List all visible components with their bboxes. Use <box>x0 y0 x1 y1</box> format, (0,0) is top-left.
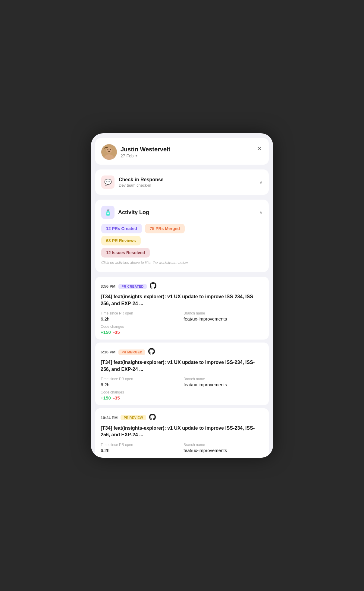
activity-log-title: Activity Log <box>118 209 149 216</box>
checkin-left: 💬 Check-in Response Dev team check-in <box>101 175 163 189</box>
entry-2-meta: Time since PR open 6.2h Branch name feat… <box>101 377 263 387</box>
github-icon-1 <box>150 282 156 290</box>
activity-log-chevron[interactable]: ∧ <box>259 210 263 215</box>
activity-entry-2: 6:16 PM PR MERGED [T34] feat(insights-ex… <box>95 343 269 405</box>
avatar <box>101 144 117 160</box>
github-icon-3 <box>149 414 156 422</box>
entry-1-badge: PR CREATED <box>118 284 147 289</box>
entry-2-additions: +150 <box>101 395 111 400</box>
tags-row-2: 63 PR Reviews <box>101 236 263 245</box>
user-name: Justin Westervelt <box>121 146 170 153</box>
entry-1-code-values: +150 -35 <box>101 330 263 335</box>
entry-3-branch-label: Branch name <box>184 443 263 447</box>
checkin-text: Check-in Response Dev team check-in <box>119 177 163 188</box>
checkin-title: Check-in Response <box>119 177 163 182</box>
entry-2-deletions: -35 <box>113 395 120 400</box>
entry-1-deletions: -35 <box>113 330 120 335</box>
entry-2-branch: Branch name feat/ux-improvements <box>184 377 263 387</box>
header-info: Justin Westervelt 27 Feb <box>121 146 170 158</box>
entry-1-additions: +150 <box>101 330 111 335</box>
entry-2-time-since-label: Time since PR open <box>101 377 180 381</box>
entry-3-header: 10:24 PM PR REVIEW <box>101 414 263 422</box>
close-button[interactable]: ✕ <box>256 144 263 153</box>
activity-entry-1: 3:56 PM PR CREATED [T34] feat(insights-e… <box>95 277 269 340</box>
entry-1-branch: Branch name feat/ux-improvements <box>184 311 263 321</box>
date-dot <box>136 155 137 156</box>
entry-3-branch: Branch name feat/ux-improvements <box>184 443 263 453</box>
entry-2-code-changes: Code changes +150 -35 <box>101 390 263 400</box>
checkin-chevron[interactable]: ∨ <box>259 179 263 185</box>
entry-2-branch-label: Branch name <box>184 377 263 381</box>
entry-2-badge: PR MERGED <box>118 349 145 355</box>
header-card: Justin Westervelt 27 Feb ✕ <box>95 138 269 165</box>
entry-1-branch-value: feat/ux-improvements <box>184 316 263 321</box>
entry-1-changes-label: Code changes <box>101 324 263 329</box>
entry-3-branch-value: feat/ux-improvements <box>184 448 263 453</box>
entry-1-title: [T34] feat(insights-explorer): v1 UX upd… <box>101 293 263 307</box>
checkin-subtitle: Dev team check-in <box>119 183 163 188</box>
entry-1-time-since: Time since PR open 6.2h <box>101 311 180 321</box>
activity-entry-3: 10:24 PM PR REVIEW [T34] feat(insights-e… <box>95 408 269 458</box>
svg-point-3 <box>108 149 108 150</box>
svg-point-1 <box>106 147 112 153</box>
checkin-card: 💬 Check-in Response Dev team check-in ∨ <box>95 169 269 195</box>
entry-3-badge: PR REVIEW <box>121 415 146 420</box>
entry-1-time-since-value: 6.2h <box>101 316 180 321</box>
entry-1-time: 3:56 PM <box>101 284 115 289</box>
entry-2-time: 6:16 PM <box>101 350 115 354</box>
svg-point-4 <box>110 149 111 150</box>
header-left: Justin Westervelt 27 Feb <box>101 144 170 160</box>
activity-log-card: 🧴 Activity Log ∧ 12 PRs Created 75 PRs M… <box>95 200 269 272</box>
activity-icon-wrap: 🧴 <box>101 206 115 219</box>
entry-2-branch-value: feat/ux-improvements <box>184 382 263 387</box>
entry-3-time-since-label: Time since PR open <box>101 443 180 447</box>
tag-prs-created[interactable]: 12 PRs Created <box>101 224 142 233</box>
checkin-icon-wrap: 💬 <box>101 175 115 189</box>
tags-row-3: 12 Issues Resolved <box>101 248 263 258</box>
activity-log-header: 🧴 Activity Log ∧ <box>101 206 263 219</box>
entry-1-code-changes: Code changes +150 -35 <box>101 324 263 335</box>
entry-1-branch-label: Branch name <box>184 311 263 315</box>
entry-1-time-since-label: Time since PR open <box>101 311 180 315</box>
entry-3-title: [T34] feat(insights-explorer): v1 UX upd… <box>101 425 263 438</box>
entry-2-time-since-value: 6.2h <box>101 382 180 387</box>
github-icon-2 <box>148 348 155 356</box>
activity-header-left: 🧴 Activity Log <box>101 206 149 219</box>
entry-2-header: 6:16 PM PR MERGED <box>101 348 263 356</box>
entry-3-time-since: Time since PR open 6.2h <box>101 443 180 453</box>
filter-hint: Click on activities above to filter the … <box>101 261 263 265</box>
entry-3-time: 10:24 PM <box>101 416 118 420</box>
tag-issues-resolved[interactable]: 12 Issues Resolved <box>101 248 150 258</box>
entry-3-meta: Time since PR open 6.2h Branch name feat… <box>101 443 263 453</box>
entry-2-title: [T34] feat(insights-explorer): v1 UX upd… <box>101 359 263 373</box>
post-date: 27 Feb <box>121 153 170 158</box>
entry-2-changes-label: Code changes <box>101 390 263 394</box>
activity-icon: 🧴 <box>104 209 112 216</box>
tag-prs-merged[interactable]: 75 PRs Merged <box>145 224 185 233</box>
entry-3-time-since-value: 6.2h <box>101 448 180 453</box>
entry-1-header: 3:56 PM PR CREATED <box>101 282 263 290</box>
entry-2-time-since: Time since PR open 6.2h <box>101 377 180 387</box>
tags-row: 12 PRs Created 75 PRs Merged <box>101 224 263 233</box>
tag-pr-reviews[interactable]: 63 PR Reviews <box>101 236 141 245</box>
entry-2-code-values: +150 -35 <box>101 395 263 400</box>
entry-1-meta: Time since PR open 6.2h Branch name feat… <box>101 311 263 321</box>
checkin-icon: 💬 <box>104 179 112 186</box>
